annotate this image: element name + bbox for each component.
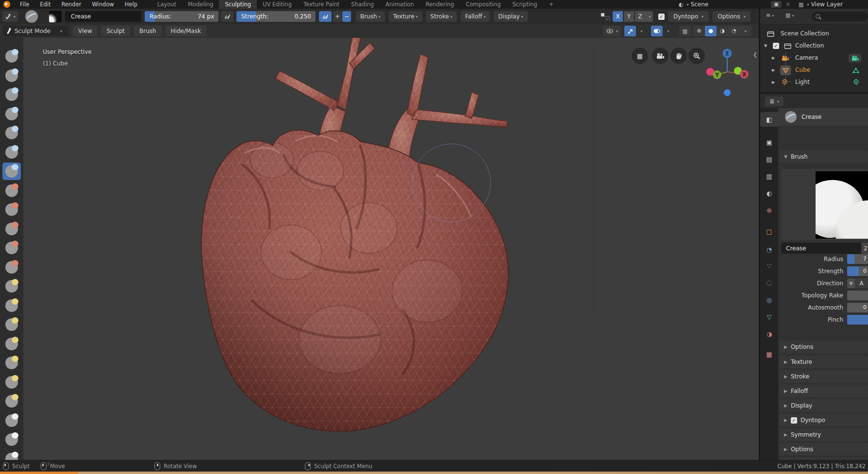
direction-buttons[interactable]: +A (847, 278, 868, 288)
dropdown-display[interactable]: Display▾ (494, 11, 527, 22)
brush-simplify[interactable] (2, 412, 21, 429)
sidebar-collapse-arrow[interactable]: ❮ (753, 51, 757, 58)
brush-grab[interactable] (2, 278, 21, 295)
brush-flatten[interactable] (2, 201, 21, 218)
brush-clay-strips[interactable] (2, 105, 21, 123)
workspace-tab-modeling[interactable]: Modeling (182, 0, 219, 9)
brush-preview-image[interactable] (816, 171, 868, 239)
panel-options-header[interactable]: ▶Options (779, 443, 868, 456)
editor-type-dropdown[interactable]: ≣▾ (765, 97, 784, 106)
shading-dropdown[interactable]: ▾ (740, 26, 750, 36)
brush-snake-hook[interactable] (2, 316, 21, 333)
move-view-button[interactable] (670, 48, 687, 64)
dyntopo-dropdown[interactable]: Dyntopo ▾ (668, 11, 709, 22)
properties-tab-material[interactable]: ◑ (760, 327, 778, 341)
plus-icon[interactable]: + (847, 278, 855, 288)
properties-tab-object[interactable]: □ (760, 224, 778, 239)
options-dropdown[interactable]: Options ▾ (713, 11, 751, 22)
outliner-row-camera[interactable]: ▶Camera (760, 52, 868, 64)
workspace-tab-layout[interactable]: Layout (151, 0, 182, 9)
strength-pressure-toggle-active[interactable] (319, 11, 332, 22)
properties-tab-scene[interactable]: ◐ (760, 186, 778, 200)
properties-tab-view-layer[interactable]: ▥ (760, 169, 778, 183)
viewport-menu-hide-mask[interactable]: Hide/Mask (166, 26, 206, 36)
overlays-dropdown[interactable]: ▾ (664, 26, 671, 36)
properties-tab-object-data[interactable]: ▽ (760, 310, 778, 324)
overlays-toggle-active[interactable] (651, 26, 663, 36)
brush-elastic-deform[interactable] (2, 297, 21, 314)
brush-multiplane-scrape[interactable] (2, 239, 21, 257)
workspace-tab-uv-editing[interactable]: UV Editing (257, 0, 298, 9)
symmetry-y-toggle[interactable]: Y (624, 11, 634, 22)
radius-pressure-toggle[interactable] (221, 11, 234, 22)
properties-tab-modifiers[interactable]: ◔ (760, 242, 778, 257)
workspace-tab-scripting[interactable]: Scripting (507, 0, 543, 9)
properties-tab-render[interactable]: ▣ (760, 135, 778, 149)
symmetry-z-toggle[interactable]: Z (635, 11, 645, 22)
brush-nudge[interactable] (2, 354, 21, 372)
gizmos-dropdown[interactable]: ▾ (637, 26, 645, 36)
autosmooth-slider[interactable]: 0 (847, 303, 868, 312)
visibility-dropdown[interactable]: ▾ (603, 26, 621, 36)
navigation-gizmo[interactable]: Z Y X (706, 44, 751, 98)
brush-rotate[interactable] (2, 374, 21, 391)
brush-name-field[interactable]: Crease (65, 11, 141, 22)
disclosure-triangle[interactable]: ▶ (772, 56, 775, 60)
new-scene-button[interactable]: ▣ (771, 1, 782, 8)
strength-slider[interactable]: 0 (847, 266, 868, 276)
outliner-search-input[interactable] (812, 12, 868, 21)
brush-panel-header[interactable]: ▼ Brush (779, 150, 868, 163)
brush-user-count[interactable]: 2 (862, 243, 868, 254)
topology-rake-slider[interactable] (847, 291, 868, 300)
shading-solid-button-active[interactable]: ● (705, 26, 717, 36)
panel-texture-header[interactable]: ▶Texture (779, 356, 868, 368)
blender-logo-icon[interactable] (3, 1, 10, 8)
camera-view-button[interactable] (652, 48, 668, 64)
brush-inflate[interactable] (2, 144, 21, 161)
workspace-tab-texture-paint[interactable]: Texture Paint (298, 0, 345, 9)
brush-crease-selected[interactable] (2, 163, 21, 180)
brush-thumb[interactable] (2, 335, 21, 353)
viewport-menu-brush[interactable]: Brush (134, 26, 162, 36)
properties-tab-physics[interactable]: ◌ (760, 275, 778, 290)
dropdown-stroke[interactable]: Stroke▾ (426, 11, 457, 22)
dyntopo-checkbox[interactable]: ✓ (791, 417, 797, 424)
active-tool-button[interactable]: ▾ (2, 11, 18, 22)
properties-tab-output[interactable]: ▤ (760, 152, 778, 166)
properties-tab-particles[interactable]: ∵ (760, 259, 778, 273)
camera-data-icon[interactable] (849, 54, 861, 63)
view-layer-selector[interactable]: ▥ ▾ View Layer (799, 0, 843, 9)
outliner-filter-dropdown[interactable]: ▥▾ (785, 12, 794, 18)
pinch-slider[interactable] (847, 315, 868, 325)
xray-toggle[interactable]: ▥ (679, 26, 691, 36)
brush-mask[interactable] (2, 431, 21, 448)
dyntopo-checkbox[interactable]: ✓ (658, 14, 665, 20)
disclosure-triangle[interactable]: ▼ (764, 44, 767, 48)
menu-help[interactable]: Help (119, 0, 143, 9)
properties-tab-constraints[interactable]: ◎ (760, 293, 778, 307)
disclosure-triangle[interactable]: ▶ (772, 68, 775, 72)
panel-dyntopo-header[interactable]: ▶✓Dyntopo (779, 414, 868, 426)
brush-slide-relax[interactable] (2, 392, 21, 410)
symmetry-x-toggle[interactable]: X (613, 11, 623, 22)
panel-falloff-header[interactable]: ▶Falloff (779, 385, 868, 397)
menu-edit[interactable]: Edit (34, 0, 56, 9)
viewport-menu-view[interactable]: View (73, 26, 97, 36)
viewport-menu-sculpt[interactable]: Sculpt (101, 26, 130, 36)
menu-file[interactable]: File (15, 0, 34, 9)
strength-slider[interactable]: Strength: 0.250 (236, 11, 316, 22)
brush-smooth[interactable] (2, 182, 21, 199)
add-workspace-button[interactable]: + (543, 0, 560, 9)
workspace-tab-rendering[interactable]: Rendering (420, 0, 460, 9)
brush-box-mask[interactable] (2, 450, 21, 460)
workspace-tab-shading[interactable]: Shading (345, 0, 380, 9)
outliner-row-cube[interactable]: ▶Cube (760, 65, 868, 76)
gizmo-minus-z[interactable] (724, 89, 731, 96)
gizmos-toggle-active[interactable] (624, 26, 636, 36)
shading-material-button[interactable]: ◑ (717, 26, 728, 36)
workspace-tab-animation[interactable]: Animation (380, 0, 420, 9)
properties-tab-tool[interactable]: ◧ (760, 112, 778, 127)
brush-layer[interactable] (2, 124, 21, 142)
dropdown-brush[interactable]: Brush▾ (356, 11, 385, 22)
radius-slider[interactable]: Radius: 74 px (145, 11, 218, 22)
